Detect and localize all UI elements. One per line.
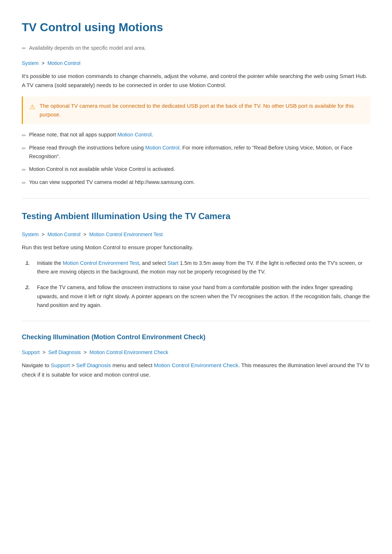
note-text-2: Please read through the instructions bef…	[29, 144, 370, 160]
breadcrumb-system-2[interactable]: System	[22, 231, 39, 237]
warning-box: ⚠ The optional TV camera must be connect…	[22, 97, 370, 124]
section3-body-middle: menu and select	[111, 362, 154, 368]
breadcrumb-separator: >	[42, 60, 45, 66]
breadcrumb-motion-control[interactable]: Motion Control	[48, 60, 81, 66]
note-item-4: ✏ You can view supported TV camera model…	[22, 178, 370, 187]
motion-control-link-2[interactable]: Motion Control	[145, 145, 179, 151]
pencil-icon-2: ✏	[22, 144, 26, 152]
note-text-1: Please note, that not all apps support M…	[29, 131, 153, 139]
page-title: TV Control using Motions	[22, 18, 370, 37]
pencil-icon-3: ✏	[22, 166, 26, 174]
section3-body-sep1: >	[70, 362, 76, 368]
motion-control-env-test-link[interactable]: Motion Control Environment Test	[63, 260, 139, 266]
pencil-icon: ✏	[22, 44, 26, 52]
note-item-2: ✏ Please read through the instructions b…	[22, 144, 370, 160]
warning-icon: ⚠	[29, 102, 35, 112]
motion-control-link-1[interactable]: Motion Control	[117, 132, 151, 138]
section3-title: Checking Illumination (Motion Control En…	[22, 332, 370, 342]
step-2-text: Face the TV camera, and follow the onscr…	[37, 283, 370, 310]
start-link[interactable]: Start	[167, 260, 179, 266]
note-text-3: Motion Control is not available while Vo…	[29, 165, 175, 173]
warning-text: The optional TV camera must be connected…	[40, 102, 364, 119]
section2-intro: Run this test before using Motion Contro…	[22, 243, 370, 252]
breadcrumb-sep-2: >	[83, 231, 86, 237]
note-text-4: You can view supported TV camera model a…	[29, 178, 195, 186]
step-1: 1. Initiate the Motion Control Environme…	[25, 259, 370, 276]
section1-intro: It's possible to use motion commands to …	[22, 71, 370, 90]
breadcrumb-sep-1: >	[42, 231, 45, 237]
step-2: 2. Face the TV camera, and follow the on…	[25, 283, 370, 310]
availability-text: Availability depends on the specific mod…	[29, 44, 146, 52]
breadcrumb-motion-control-2[interactable]: Motion Control	[48, 231, 81, 237]
breadcrumb-sep-3: >	[42, 349, 45, 355]
breadcrumb-env-check[interactable]: Motion Control Environment Check	[89, 349, 168, 355]
breadcrumb-system[interactable]: System	[22, 60, 39, 66]
note-item-1: ✏ Please note, that not all apps support…	[22, 131, 370, 139]
motion-control-env-check-link[interactable]: Motion Control Environment Check	[154, 362, 238, 368]
pencil-icon-1: ✏	[22, 131, 26, 139]
steps-list: 1. Initiate the Motion Control Environme…	[25, 259, 370, 310]
section1-breadcrumb: System > Motion Control	[22, 59, 370, 67]
note-item-3: ✏ Motion Control is not available while …	[22, 165, 370, 174]
breadcrumb-self-diagnosis[interactable]: Self Diagnosis	[48, 349, 81, 355]
notes-section: ✏ Please note, that not all apps support…	[22, 131, 370, 187]
step-1-text: Initiate the Motion Control Environment …	[37, 259, 370, 276]
availability-note: ✏ Availability depends on the specific m…	[22, 44, 370, 52]
section-divider-1	[22, 198, 370, 198]
breadcrumb-env-test[interactable]: Motion Control Environment Test	[89, 231, 163, 237]
self-diagnosis-link[interactable]: Self Diagnosis	[76, 362, 111, 368]
section-divider-2	[22, 321, 370, 321]
section3-body: Navigate to Support > Self Diagnosis men…	[22, 361, 370, 379]
breadcrumb-support[interactable]: Support	[22, 349, 40, 355]
section3-breadcrumb: Support > Self Diagnosis > Motion Contro…	[22, 348, 370, 356]
section3-body-before: Navigate to	[22, 362, 51, 368]
support-link[interactable]: Support	[51, 362, 70, 368]
step-number-1: 1.	[25, 259, 32, 276]
breadcrumb-sep-4: >	[83, 349, 86, 355]
section2-breadcrumb: System > Motion Control > Motion Control…	[22, 230, 370, 238]
pencil-icon-4: ✏	[22, 179, 26, 187]
step-number-2: 2.	[25, 283, 32, 310]
section2-title: Testing Ambient Illumination Using the T…	[22, 209, 370, 223]
